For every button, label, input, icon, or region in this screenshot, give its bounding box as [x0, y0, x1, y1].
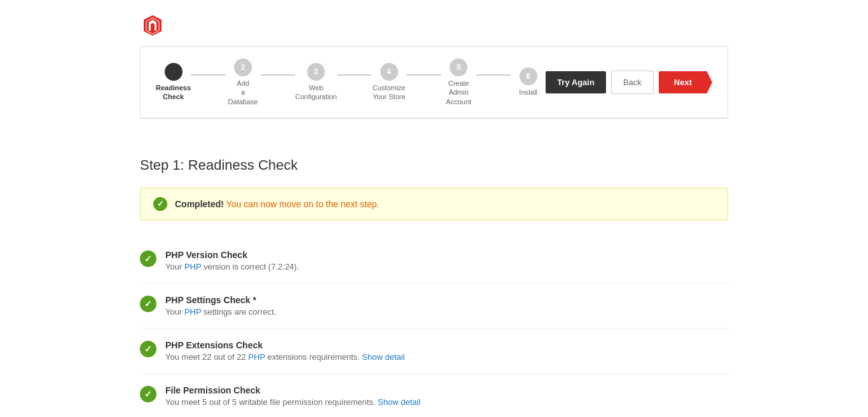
step-3-circle: 3 [307, 63, 325, 81]
completed-normal: You can now move on to the next step. [224, 199, 379, 209]
step-1-label: ReadinessCheck [156, 83, 191, 102]
wizard-step-3[interactable]: 3 WebConfiguration [295, 63, 336, 102]
php-version-check-title: PHP Version Check [165, 250, 299, 260]
step-4-label: CustomizeYour Store [373, 83, 406, 102]
file-permission-show-detail[interactable]: Show detail [378, 397, 420, 407]
php-version-check-content: PHP Version Check Your PHP version is co… [165, 250, 299, 271]
page-wrapper: ReadinessCheck 2 Adda Database 3 WebConf… [0, 0, 868, 417]
main-content: Step 1: Readiness Check Completed! You c… [0, 138, 868, 417]
php-extensions-check-title: PHP Extensions Check [165, 340, 405, 350]
completed-text: Completed! You can now move on to the ne… [175, 199, 379, 209]
step-6-label: Install [519, 88, 537, 97]
wizard-step-5[interactable]: 5 CreateAdmin Account [441, 58, 476, 106]
next-button[interactable]: Next [659, 71, 712, 93]
php-settings-check-content: PHP Settings Check * Your PHP settings a… [165, 295, 276, 317]
wizard-step-4[interactable]: 4 CustomizeYour Store [371, 63, 406, 102]
php-version-check: PHP Version Check Your PHP version is co… [140, 238, 728, 284]
php-settings-check-icon [140, 296, 156, 312]
file-permission-check: File Permission Check You meet 5 out of … [140, 374, 728, 417]
completed-banner: Completed! You can now move on to the ne… [140, 188, 728, 221]
try-again-button[interactable]: Try Again [546, 71, 606, 93]
php-version-check-icon [140, 250, 156, 267]
step-line-2 [261, 74, 296, 76]
php-version-check-desc: Your PHP version is correct (7.2.24). [165, 262, 299, 271]
step-line-4 [406, 74, 441, 76]
step-6-circle: 6 [520, 67, 537, 85]
step-2-circle: 2 [234, 58, 252, 76]
completed-bold: Completed! [175, 199, 224, 209]
file-permission-check-icon [140, 386, 156, 402]
php-extensions-show-detail[interactable]: Show detail [362, 352, 404, 362]
step-line-5 [476, 74, 511, 76]
php-settings-check-desc: Your PHP settings are correct. [165, 307, 276, 317]
step-5-label: CreateAdmin Account [441, 79, 476, 106]
php-extensions-check: PHP Extensions Check You meet 22 out of … [140, 329, 728, 374]
file-permission-check-content: File Permission Check You meet 5 out of … [165, 385, 420, 407]
header [0, 0, 868, 46]
wizard-steps: ReadinessCheck 2 Adda Database 3 WebConf… [156, 58, 546, 106]
step-2-label: Adda Database [226, 79, 261, 106]
php-settings-check-title: PHP Settings Check * [165, 295, 276, 305]
php-extensions-check-content: PHP Extensions Check You meet 22 out of … [165, 340, 405, 362]
wizard-nav: ReadinessCheck 2 Adda Database 3 WebConf… [141, 47, 727, 118]
back-button[interactable]: Back [611, 71, 654, 94]
completed-check-icon [153, 197, 167, 211]
php-version-link: PHP [184, 262, 202, 271]
step-line-3 [337, 74, 372, 76]
wizard-actions: Try Again Back Next [546, 71, 712, 94]
wizard-container: ReadinessCheck 2 Adda Database 3 WebConf… [140, 46, 728, 119]
step-line-1 [191, 74, 226, 76]
check-items: PHP Version Check Your PHP version is co… [140, 238, 728, 417]
php-extensions-link: PHP [248, 352, 265, 362]
wizard-step-6[interactable]: 6 Install [511, 67, 546, 97]
step-5-circle: 5 [450, 58, 467, 76]
file-permission-check-title: File Permission Check [165, 385, 420, 395]
wizard-step-1[interactable]: ReadinessCheck [156, 63, 191, 102]
wizard-step-2[interactable]: 2 Adda Database [226, 58, 261, 106]
php-extensions-check-icon [140, 341, 156, 357]
php-extensions-check-desc: You meet 22 out of 22 PHP extensions req… [165, 352, 405, 362]
step-3-label: WebConfiguration [295, 83, 336, 102]
step-1-circle [165, 63, 183, 81]
php-settings-link: PHP [184, 307, 202, 317]
magento-logo [140, 13, 165, 38]
step-4-circle: 4 [380, 63, 398, 81]
step-title: Step 1: Readiness Check [140, 157, 728, 174]
php-settings-check: PHP Settings Check * Your PHP settings a… [140, 284, 728, 329]
file-permission-check-desc: You meet 5 out of 5 writable file permis… [165, 397, 420, 407]
